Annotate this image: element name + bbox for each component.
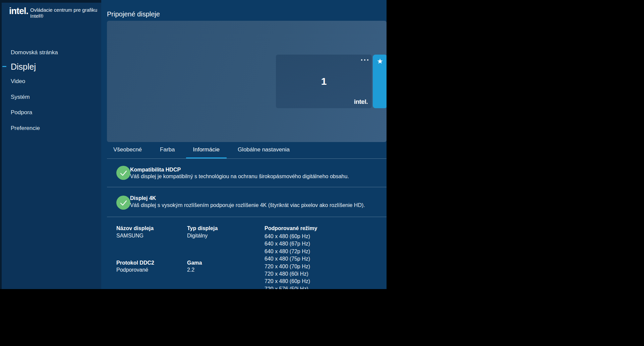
app-title-line1: Ovládacie centrum pre grafiku: [30, 7, 97, 13]
tab-label: Všeobecné: [113, 146, 142, 153]
app-title: Ovládacie centrum pre grafiku Intel®: [30, 7, 97, 19]
mode-item: 720 x 400 (70p Hz): [265, 263, 310, 270]
app-title-line2: Intel®: [30, 13, 97, 19]
display-preview-panel: 1 intel. ★: [107, 21, 387, 142]
sidebar-item-label: Podpora: [11, 109, 32, 116]
field-label-display-type: Typ displeja: [187, 225, 218, 231]
info-row-title: Displej 4K: [130, 195, 156, 201]
divider: [107, 217, 387, 217]
field-value-ddc2: Podporované: [116, 267, 148, 273]
check-icon: [116, 166, 130, 180]
mode-item: 640 x 480 (60p Hz): [265, 233, 310, 240]
field-value-gamma: 2.2: [187, 267, 194, 273]
tab-label: Globálne nastavenia: [238, 146, 290, 153]
modes-label: Podporované režimy: [265, 225, 317, 231]
field-value-display-type: Digitálny: [187, 233, 208, 239]
field-value-display-name: SAMSUNG: [116, 233, 143, 239]
sidebar-edge: [0, 0, 2, 289]
tab-global-settings[interactable]: Globálne nastavenia: [231, 142, 297, 157]
tab-label: Farba: [160, 146, 175, 153]
sidebar-item-home[interactable]: Domovská stránka: [0, 48, 101, 57]
sidebar-item-label: Displej: [11, 62, 36, 72]
app-window: intel. Ovládacie centrum pre grafiku Int…: [0, 0, 387, 289]
tab-color[interactable]: Farba: [153, 142, 182, 157]
star-icon: ★: [373, 58, 387, 65]
sidebar-item-label: Domovská stránka: [11, 49, 58, 56]
sidebar-item-label: Systém: [11, 94, 30, 100]
sidebar: intel. Ovládacie centrum pre grafiku Int…: [0, 0, 101, 289]
sidebar-item-support[interactable]: Podpora: [0, 108, 101, 117]
page-title: Pripojené displeje: [107, 10, 160, 18]
info-row-description: Váš displej s vysokým rozlíšením podporu…: [130, 202, 365, 208]
intel-logo: intel.: [9, 6, 28, 16]
sidebar-item-preferences[interactable]: Preferencie: [0, 124, 101, 133]
check-icon: [116, 196, 130, 210]
tab-information[interactable]: Informácie: [186, 142, 227, 157]
intel-brandmark: intel.: [354, 98, 368, 106]
field-label-ddc2: Protokol DDC2: [116, 260, 154, 266]
sidebar-item-label: Video: [11, 78, 25, 85]
tab-label: Informácie: [193, 146, 220, 153]
favorite-display-button[interactable]: ★: [373, 55, 387, 108]
mode-item: 720 x 480 (60p Hz): [265, 278, 310, 285]
display-card[interactable]: 1 intel.: [276, 55, 372, 108]
sidebar-item-video[interactable]: Video: [0, 77, 101, 86]
supported-modes-list: 640 x 480 (60p Hz) 640 x 480 (67p Hz) 64…: [265, 233, 310, 289]
sidebar-item-label: Preferencie: [11, 125, 40, 132]
sidebar-item-system[interactable]: Systém: [0, 92, 101, 102]
divider: [107, 187, 387, 187]
mode-item: 720 x 480 (60i Hz): [265, 270, 310, 278]
sidebar-item-display[interactable]: Displej: [0, 61, 101, 72]
mode-item: 640 x 480 (72p Hz): [265, 248, 310, 255]
field-label-gamma: Gama: [187, 260, 202, 266]
tab-general[interactable]: Všeobecné: [106, 142, 149, 157]
info-row-description: Váš displej je kompatibilný s technológi…: [130, 174, 349, 180]
info-row-title: Kompatibilita HDCP: [130, 167, 181, 173]
mode-item: 720 x 576 (50i Hz): [265, 285, 310, 289]
active-indicator: [2, 66, 6, 67]
field-label-display-name: Názov displeja: [116, 225, 154, 231]
mode-item: 640 x 480 (67p Hz): [265, 240, 310, 248]
app-brand: intel. Ovládacie centrum pre grafiku Int…: [0, 0, 101, 23]
mode-item: 640 x 480 (75p Hz): [265, 255, 310, 263]
tab-bar: Všeobecné Farba Informácie Globálne nast…: [106, 142, 297, 158]
divider: [107, 158, 387, 159]
